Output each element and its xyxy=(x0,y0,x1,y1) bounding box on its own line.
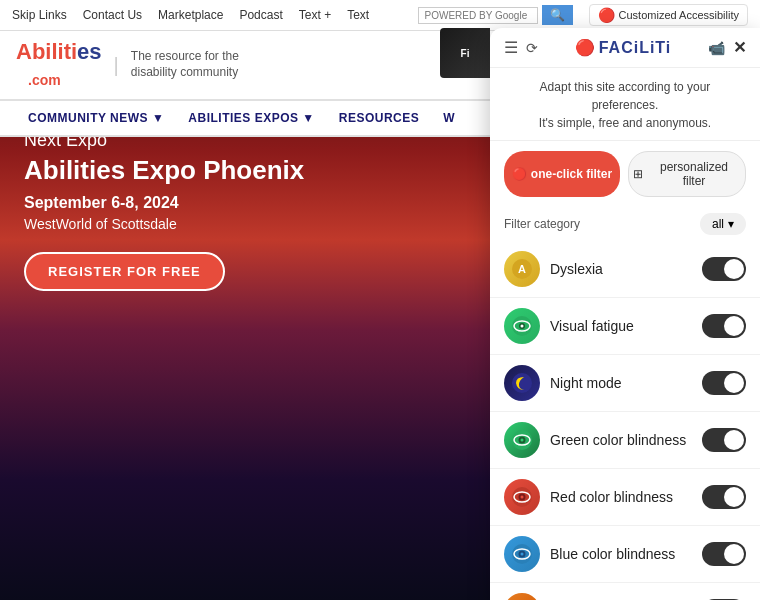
dyslexia-label: Dyslexia xyxy=(550,261,692,277)
chevron-down-icon: ▾ xyxy=(728,217,734,231)
logo-tagline: The resource for the disability communit… xyxy=(131,49,239,80)
logo-es: es xyxy=(77,39,101,64)
night-mode-icon xyxy=(504,365,540,401)
search-bar: 🔍 xyxy=(418,5,573,25)
faciliti-logo: 🔴 FACiLiTi xyxy=(546,38,700,57)
filter-item-night-mode: Night mode xyxy=(490,355,760,412)
filter-category-value: all xyxy=(712,217,724,231)
personalized-filter-label: personalized filter xyxy=(647,160,741,188)
hero-title: Abilities Expo Phoenix xyxy=(24,155,304,186)
svg-point-14 xyxy=(521,496,524,499)
filter-item-green-cb: Green color blindness xyxy=(490,412,760,469)
filter-item-red-cb: Red color blindness xyxy=(490,469,760,526)
personalized-filter-icon: ⊞ xyxy=(633,167,643,181)
filter-item-senior: Senior xyxy=(490,583,760,600)
top-bar: Skip Links Contact Us Marketplace Podcas… xyxy=(0,0,760,31)
visual-fatigue-icon xyxy=(504,308,540,344)
search-input[interactable] xyxy=(418,7,538,24)
accessibility-icon: 🔴 xyxy=(598,7,615,23)
faciliti-badge: Fi xyxy=(440,28,490,78)
dyslexia-icon: A xyxy=(504,251,540,287)
customized-accessibility-button[interactable]: 🔴 Customized Accessibility xyxy=(589,4,748,26)
logo-text: Abilities .com xyxy=(16,39,102,91)
svg-point-6 xyxy=(512,373,532,393)
search-button[interactable]: 🔍 xyxy=(542,5,573,25)
text-plus[interactable]: Text + xyxy=(299,8,331,22)
filter-category-label: Filter category xyxy=(504,217,580,231)
video-icon[interactable]: 📹 xyxy=(708,40,725,56)
nav-community-news[interactable]: COMMUNITY NEWS ▼ xyxy=(16,107,176,129)
hero-content: Next Expo Abilities Expo Phoenix Septemb… xyxy=(24,130,304,291)
contact-us[interactable]: Contact Us xyxy=(83,8,142,22)
blue-cb-icon xyxy=(504,536,540,572)
logo-divider: | xyxy=(114,54,119,77)
nav-more[interactable]: W xyxy=(431,107,467,129)
logo-abilities: Abiliti xyxy=(16,39,77,64)
panel-icons: 📹 ✕ xyxy=(708,38,746,57)
logo[interactable]: Abilities .com | The resource for the di… xyxy=(16,39,239,91)
filter-list: A Dyslexia Visual fatigue Night mode xyxy=(490,241,760,600)
svg-point-5 xyxy=(521,325,524,328)
senior-icon xyxy=(504,593,540,600)
hero-venue: WestWorld of Scottsdale xyxy=(24,216,304,232)
filter-buttons: 🔴 one-click filter ⊞ personalized filter xyxy=(490,141,760,207)
skip-links[interactable]: Skip Links xyxy=(12,8,67,22)
red-cb-toggle[interactable] xyxy=(702,485,746,509)
svg-text:A: A xyxy=(518,263,526,275)
green-cb-toggle[interactable] xyxy=(702,428,746,452)
hamburger-icon[interactable]: ☰ xyxy=(504,38,518,57)
nav-abilities-expos[interactable]: ABILITIES EXPOS ▼ xyxy=(176,107,326,129)
customized-accessibility-label: Customized Accessibility xyxy=(619,9,739,21)
panel-header: ☰ ⟳ 🔴 FACiLiTi 📹 ✕ xyxy=(490,28,760,68)
filter-item-visual-fatigue: Visual fatigue xyxy=(490,298,760,355)
nav-resources[interactable]: RESOURCES xyxy=(327,107,432,129)
filter-icon: 🔴 xyxy=(512,167,527,181)
visual-fatigue-toggle[interactable] xyxy=(702,314,746,338)
logo-dotcom: .com xyxy=(28,72,61,88)
register-button[interactable]: REGISTER FOR FREE xyxy=(24,252,225,291)
filter-category-row: Filter category all ▾ xyxy=(490,207,760,241)
faciliti-logo-icon: 🔴 xyxy=(575,38,595,57)
panel-tagline: Adapt this site according to your prefer… xyxy=(490,68,760,141)
blue-cb-label: Blue color blindness xyxy=(550,546,692,562)
night-mode-label: Night mode xyxy=(550,375,692,391)
one-click-filter-label: one-click filter xyxy=(531,167,612,181)
green-cb-icon xyxy=(504,422,540,458)
close-button[interactable]: ✕ xyxy=(733,38,746,57)
svg-point-18 xyxy=(521,553,524,556)
visual-fatigue-label: Visual fatigue xyxy=(550,318,692,334)
red-cb-icon xyxy=(504,479,540,515)
filter-item-dyslexia: A Dyslexia xyxy=(490,241,760,298)
svg-point-10 xyxy=(521,439,524,442)
blue-cb-toggle[interactable] xyxy=(702,542,746,566)
one-click-filter-button[interactable]: 🔴 one-click filter xyxy=(504,151,620,197)
green-cb-label: Green color blindness xyxy=(550,432,692,448)
marketplace[interactable]: Marketplace xyxy=(158,8,223,22)
filter-category-select[interactable]: all ▾ xyxy=(700,213,746,235)
faciliti-panel: ☰ ⟳ 🔴 FACiLiTi 📹 ✕ Adapt this site accor… xyxy=(490,28,760,600)
filter-item-blue-cb: Blue color blindness xyxy=(490,526,760,583)
faciliti-logo-text: FACiLiTi xyxy=(599,39,672,57)
night-mode-toggle[interactable] xyxy=(702,371,746,395)
red-cb-label: Red color blindness xyxy=(550,489,692,505)
text-menu[interactable]: Text xyxy=(347,8,369,22)
refresh-icon[interactable]: ⟳ xyxy=(526,40,538,56)
dyslexia-toggle[interactable] xyxy=(702,257,746,281)
personalized-filter-button[interactable]: ⊞ personalized filter xyxy=(628,151,746,197)
podcast[interactable]: Podcast xyxy=(239,8,282,22)
hero-date: September 6-8, 2024 xyxy=(24,194,304,212)
